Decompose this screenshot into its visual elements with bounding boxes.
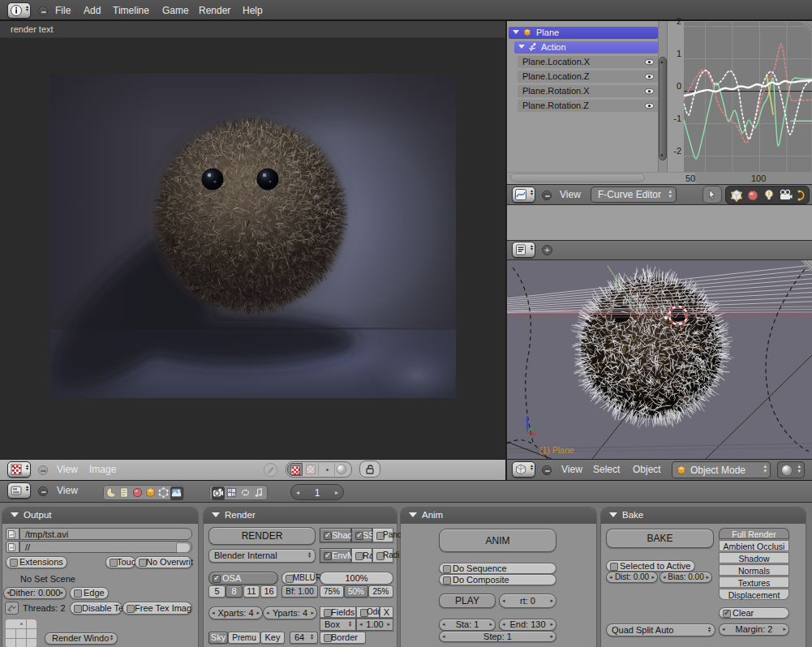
svg-text:2: 2 [233,493,235,497]
svg-text:1: 1 [229,489,231,493]
svg-text:z: z [522,418,525,423]
svg-text:(1) Plane: (1) Plane [539,445,574,455]
svg-text:y: y [531,423,534,428]
